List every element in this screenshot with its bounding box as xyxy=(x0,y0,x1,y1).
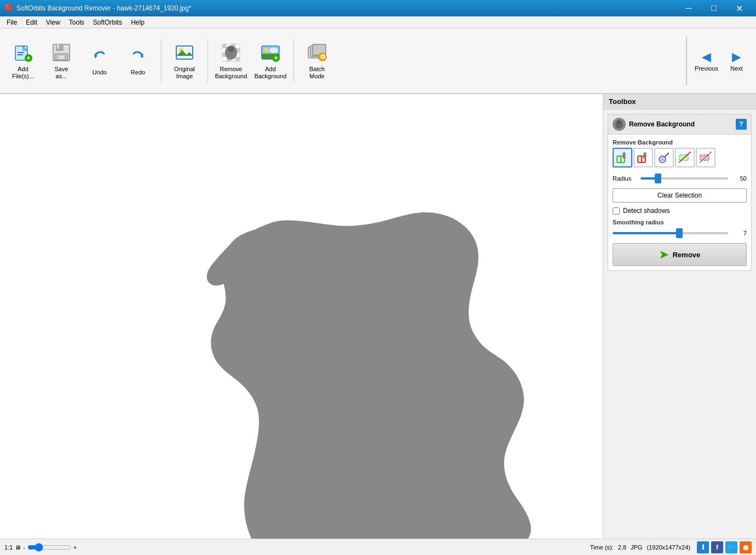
close-button[interactable]: ✕ xyxy=(726,0,752,16)
smoothing-fill xyxy=(613,232,679,234)
svg-rect-8 xyxy=(57,44,59,49)
radius-row: Radius 50 xyxy=(613,173,747,184)
zoom-icon: 🖥 xyxy=(15,544,21,551)
redo-icon xyxy=(127,45,149,67)
undo-button[interactable]: Undo xyxy=(81,36,118,85)
svg-point-27 xyxy=(228,47,234,52)
detect-shadows-checkbox[interactable] xyxy=(613,207,620,215)
main-layout: Toolbox Remove Background ? Remove Backg… xyxy=(0,94,756,539)
undo-label: Undo xyxy=(93,69,107,76)
svg-rect-42 xyxy=(623,153,625,158)
batch-mode-button[interactable]: ⚙ BatchMode xyxy=(298,36,336,85)
save-as-label: Saveas... xyxy=(54,66,68,80)
erase-keep-button[interactable] xyxy=(675,148,695,167)
remove-background-panel: Remove Background ? Remove Background xyxy=(608,114,752,271)
rss-icon[interactable]: ◉ xyxy=(740,541,752,553)
original-image-label: OriginalImage xyxy=(174,66,195,80)
toolbar-group-main: + AddFile(s)... Saveas... xyxy=(4,36,157,85)
svg-rect-18 xyxy=(222,44,227,48)
zoom-slider[interactable] xyxy=(27,543,71,552)
radius-thumb[interactable] xyxy=(655,174,661,183)
zoom-controls: 1:1 🖥 - + xyxy=(4,543,77,552)
zoom-max-icon[interactable]: + xyxy=(73,544,77,551)
batch-mode-label: BatchMode xyxy=(309,66,325,80)
zoom-level: 1:1 xyxy=(4,544,13,551)
panel-title: Remove Background xyxy=(629,120,732,128)
clear-selection-button[interactable]: Clear Selection xyxy=(613,188,747,203)
window-controls: ─ □ ✕ xyxy=(676,0,752,16)
add-bg-label: AddBackground xyxy=(255,66,287,80)
previous-button[interactable]: ◀ Previous xyxy=(691,36,722,85)
add-files-label: AddFile(s)... xyxy=(12,66,34,80)
panel-help-button[interactable]: ? xyxy=(736,119,747,130)
brush-tools xyxy=(613,148,747,167)
redo-button[interactable]: Redo xyxy=(119,36,157,85)
twitter-icon[interactable]: 🐦 xyxy=(725,541,737,553)
maximize-button[interactable]: □ xyxy=(701,0,726,16)
svg-rect-3 xyxy=(18,54,23,55)
time-value: 2.8 xyxy=(618,544,626,551)
facebook-icon[interactable]: f xyxy=(711,541,723,553)
detect-shadows-row: Detect shadows xyxy=(613,207,747,215)
menu-edit[interactable]: Edit xyxy=(21,18,42,27)
original-image-button[interactable]: OriginalImage xyxy=(166,36,203,85)
save-as-button[interactable]: Saveas... xyxy=(43,36,80,85)
add-files-button[interactable]: + AddFile(s)... xyxy=(4,36,42,85)
undo-icon xyxy=(89,45,111,67)
smoothing-value: 7 xyxy=(731,230,747,236)
detect-shadows-label[interactable]: Detect shadows xyxy=(623,207,670,215)
add-bg-icon: + xyxy=(259,42,281,63)
app-icon: 🔴 xyxy=(4,4,13,13)
previous-label: Previous xyxy=(695,65,718,72)
keep-brush-button[interactable] xyxy=(613,148,632,167)
toolbar-nav: ◀ Previous ▶ Next xyxy=(686,36,752,85)
radius-slider[interactable] xyxy=(640,173,728,184)
remove-button[interactable]: ➤ Remove xyxy=(613,243,747,266)
next-arrow-icon: ▶ xyxy=(732,50,741,64)
erase-remove-button[interactable] xyxy=(696,148,715,167)
menu-view[interactable]: View xyxy=(42,18,65,27)
remove-bg-label: RemoveBackground xyxy=(215,66,247,80)
canvas-area[interactable] xyxy=(0,94,603,539)
status-bar: 1:1 🖥 - + Time (s): 2.8 JPG (1920x1477x2… xyxy=(0,539,756,555)
svg-rect-45 xyxy=(644,153,646,158)
smoothing-thumb[interactable] xyxy=(676,228,683,238)
zoom-min-icon[interactable]: - xyxy=(23,544,25,551)
save-icon xyxy=(50,42,72,63)
info-icon[interactable]: ℹ xyxy=(697,541,709,553)
menu-help[interactable]: Help xyxy=(126,18,149,27)
remove-arrow-icon: ➤ xyxy=(659,248,668,261)
menu-bar: File Edit View Tools SoftOrbits Help xyxy=(0,16,756,28)
previous-arrow-icon: ◀ xyxy=(702,50,711,64)
toolbox: Toolbox Remove Background ? Remove Backg… xyxy=(603,94,756,539)
svg-text:+: + xyxy=(26,54,30,62)
smoothing-slider[interactable] xyxy=(613,228,728,239)
batch-icon: ⚙ xyxy=(306,42,328,63)
menu-file[interactable]: File xyxy=(2,18,21,27)
svg-line-48 xyxy=(665,153,669,157)
svg-point-40 xyxy=(618,121,621,124)
svg-rect-25 xyxy=(235,57,240,61)
remove-brush-button[interactable] xyxy=(633,148,653,167)
remove-background-button[interactable]: RemoveBackground xyxy=(212,36,250,85)
bird-silhouette xyxy=(0,94,603,539)
svg-point-31 xyxy=(269,48,278,53)
radius-label: Radius xyxy=(613,175,637,182)
panel-header: Remove Background ? xyxy=(608,114,751,135)
title-bar: 🔴 SoftOrbits Background Remover - hawk-2… xyxy=(0,0,756,16)
format-label: JPG xyxy=(631,544,642,551)
smoothing-row: Smoothing radius 7 xyxy=(613,219,747,239)
remove-bg-section-label: Remove Background xyxy=(613,139,747,146)
svg-rect-2 xyxy=(18,52,24,53)
toolbox-title: Toolbox xyxy=(603,94,756,109)
radius-track xyxy=(640,177,728,180)
add-background-button[interactable]: + AddBackground xyxy=(252,36,289,85)
magic-wand-button[interactable] xyxy=(654,148,674,167)
next-label: Next xyxy=(730,65,743,72)
menu-tools[interactable]: Tools xyxy=(65,18,89,27)
toolbar-separator-2 xyxy=(207,39,208,83)
next-button[interactable]: ▶ Next xyxy=(722,36,752,85)
minimize-button[interactable]: ─ xyxy=(676,0,701,16)
window-title: SoftOrbits Background Remover - hawk-271… xyxy=(16,4,676,12)
menu-softorbits[interactable]: SoftOrbits xyxy=(89,18,126,27)
